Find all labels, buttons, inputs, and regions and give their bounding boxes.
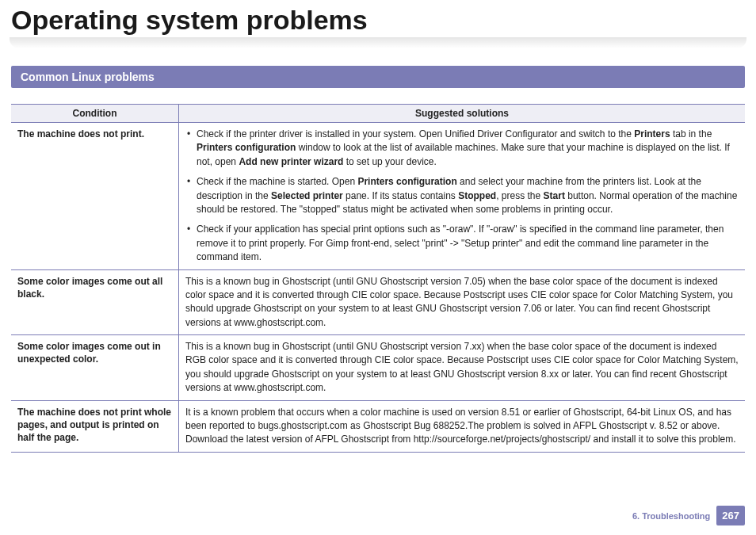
solution-bullet: Check if your application has special pr… — [185, 223, 739, 264]
condition-cell: The machine does not print. — [11, 123, 179, 270]
condition-cell: The machine does not print whole pages, … — [11, 400, 179, 452]
table-row: Some color images come out all black.Thi… — [11, 269, 745, 335]
solution-cell: Check if the printer driver is installed… — [179, 123, 746, 270]
table-row: The machine does not print whole pages, … — [11, 400, 745, 452]
chapter-label: 6. Troubleshooting — [632, 511, 710, 521]
page-number: 267 — [716, 506, 745, 525]
solution-cell: This is a known bug in Ghostscript (unti… — [179, 335, 746, 401]
title-divider — [10, 37, 746, 48]
solution-cell: It is a known problem that occurs when a… — [179, 400, 746, 452]
condition-cell: Some color images come out all black. — [11, 269, 179, 335]
troubleshooting-table: Condition Suggested solutions The machin… — [11, 104, 745, 453]
solution-bullet: Check if the printer driver is installed… — [185, 128, 739, 169]
page-footer: 6. Troubleshooting 267 — [632, 506, 745, 525]
condition-cell: Some color images come out in unexpected… — [11, 335, 179, 401]
page-title: Operating system problems — [0, 0, 756, 37]
solution-bullet: Check if the machine is started. Open Pr… — [185, 175, 739, 216]
table-header-solutions: Suggested solutions — [179, 105, 746, 123]
solution-cell: This is a known bug in Ghostscript (unti… — [179, 269, 746, 335]
table-row: Some color images come out in unexpected… — [11, 335, 745, 401]
section-heading: Common Linux problems — [11, 66, 745, 88]
table-header-condition: Condition — [11, 105, 179, 123]
table-row: The machine does not print.Check if the … — [11, 123, 745, 270]
